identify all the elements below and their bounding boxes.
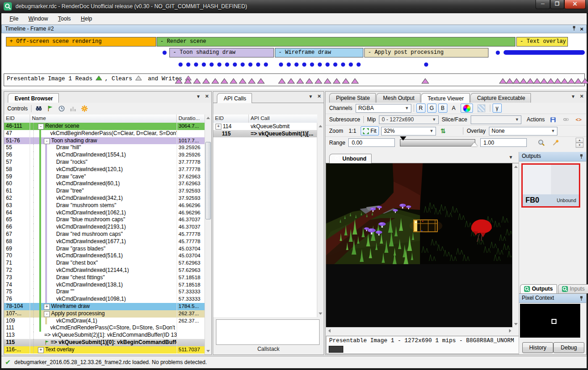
- event-row[interactable]: 78-104+Wireframe draw1784.5...: [4, 303, 205, 310]
- tab-capture-executable[interactable]: Capture Executable: [470, 93, 531, 103]
- pixel-context-preview[interactable]: [520, 304, 580, 338]
- event-row[interactable]: 61Draw "tree"37.92593: [4, 188, 205, 195]
- tab-inputs[interactable]: Inputs: [558, 284, 588, 293]
- tab-unbound-texture[interactable]: Unbound: [329, 154, 372, 163]
- range-min-field[interactable]: 0.00: [348, 138, 395, 147]
- event-row[interactable]: 115=> vkQueueSubmit(1)[0]: vkBeginComman…: [4, 339, 205, 346]
- viewer-vertical-scrollbar[interactable]: [512, 163, 519, 328]
- zoom-1to1-button[interactable]: 1:1: [346, 126, 359, 135]
- zoom-fit-button[interactable]: Fit: [361, 126, 378, 135]
- event-row[interactable]: 47vkCmdBeginRenderPass(C=Clear, D=Clear,…: [4, 130, 205, 137]
- pin-icon[interactable]: [572, 26, 576, 33]
- menu-help[interactable]: Help: [76, 14, 97, 23]
- pin-icon[interactable]: [579, 295, 583, 304]
- overlay-combo[interactable]: None▼: [489, 127, 557, 135]
- gamma-button[interactable]: γ: [493, 104, 502, 113]
- column-eid[interactable]: EID: [4, 115, 30, 123]
- event-row[interactable]: 70vkCmdDrawIndexed(516,1)45.03704: [4, 252, 205, 260]
- expander-icon[interactable]: +: [38, 347, 44, 353]
- event-row[interactable]: 62vkCmdDrawIndexed(342,1)37.92593: [4, 195, 205, 202]
- color-wheel-button[interactable]: [461, 104, 473, 113]
- zoom-combo[interactable]: 32%▼: [381, 127, 436, 135]
- panel-menu-icon[interactable]: ▼: [196, 94, 201, 99]
- history-button[interactable]: History: [522, 342, 553, 353]
- api-call-row[interactable]: 115=> vkQueueSubmit(1)[...: [213, 130, 317, 137]
- link-icon[interactable]: [561, 115, 572, 124]
- column-duration[interactable]: Duratio...: [177, 115, 205, 123]
- timeline-marker-bar[interactable]: - Wireframe draw: [275, 48, 363, 57]
- event-row[interactable]: 71Draw "chest box"57.62963: [4, 260, 205, 267]
- tab-texture-viewer[interactable]: Texture Viewer: [421, 93, 470, 103]
- slice-face-combo[interactable]: ▼: [471, 115, 521, 124]
- event-row[interactable]: 75Draw ""57.33333: [4, 288, 205, 296]
- timeline-marker-bar[interactable]: + Off-screen scene rendering: [6, 37, 156, 47]
- event-row[interactable]: 55Draw "hill"39.25926: [4, 144, 205, 151]
- expander-icon[interactable]: +: [44, 304, 50, 310]
- column-api-call[interactable]: API Call: [249, 115, 317, 123]
- timeline-marker-bar[interactable]: - Text overlay: [516, 37, 568, 47]
- event-row[interactable]: 58vkCmdDrawIndexed(120,1)37.77778: [4, 166, 205, 173]
- api-call-row[interactable]: +114vkQueueSubmit: [213, 123, 317, 130]
- menu-window[interactable]: Window: [24, 14, 52, 23]
- api-calls-scrollbar[interactable]: [317, 123, 324, 317]
- close-icon[interactable]: ×: [205, 94, 209, 99]
- event-row[interactable]: 67Draw "red mushroom caps"45.77778: [4, 231, 205, 238]
- save-icon[interactable]: [548, 115, 558, 124]
- event-row[interactable]: 66vkCmdDrawIndexed(2193,1)46.37037: [4, 224, 205, 231]
- minimize-button[interactable]: ─: [536, 0, 550, 9]
- event-row[interactable]: 113=> vkQueueSubmit(2)[1]: vkEndCommandB…: [4, 332, 205, 339]
- pin-icon[interactable]: [579, 153, 583, 162]
- close-icon[interactable]: ×: [580, 94, 583, 99]
- close-icon[interactable]: ×: [580, 26, 583, 32]
- range-max-field[interactable]: 1.00: [480, 138, 527, 147]
- channel-a-button[interactable]: A: [449, 104, 458, 113]
- texture-display-area[interactable]: [326, 163, 519, 334]
- flip-y-button[interactable]: ⇅: [438, 126, 448, 135]
- alpha-background-button[interactable]: [475, 104, 488, 113]
- tab-event-browser[interactable]: Event Browser: [8, 93, 59, 103]
- tab-pipeline-state[interactable]: Pipeline State: [329, 93, 376, 103]
- zoom-range-icon[interactable]: [536, 138, 547, 147]
- event-row[interactable]: 76vkCmdDrawIndexed(1098,1)57.33333: [4, 296, 205, 303]
- fb0-thumbnail[interactable]: FB0 Unbound: [521, 163, 580, 208]
- event-row[interactable]: 69Draw "grass blades"45.03704: [4, 245, 205, 253]
- event-browser-scrollbar[interactable]: [205, 115, 211, 354]
- event-row[interactable]: 111vkCmdEndRenderPass(C=Store, D=Store, …: [4, 324, 205, 332]
- event-row[interactable]: 56vkCmdDrawIndexed(1554,1)39.25926: [4, 151, 205, 159]
- mip-combo[interactable]: 0 - 1272x690▼: [379, 115, 438, 124]
- event-row[interactable]: 57Draw "rocks"37.77778: [4, 159, 205, 166]
- channels-combo[interactable]: RGBA▼: [356, 104, 411, 113]
- close-button[interactable]: ✕: [564, 0, 586, 9]
- expander-icon[interactable]: +: [215, 124, 221, 130]
- event-row[interactable]: 107-...-Apply post processing262.37...: [4, 310, 205, 318]
- channel-r-button[interactable]: R: [416, 104, 425, 113]
- open-xml-icon[interactable]: <>: [574, 115, 583, 124]
- menu-file[interactable]: File: [5, 14, 23, 23]
- close-icon[interactable]: ×: [317, 94, 321, 99]
- debug-button[interactable]: Debug: [553, 342, 584, 353]
- panel-menu-icon[interactable]: ▼: [571, 94, 576, 99]
- channel-g-button[interactable]: G: [427, 104, 436, 113]
- tab-outputs[interactable]: Outputs: [520, 284, 557, 293]
- texture-image[interactable]: [326, 163, 512, 264]
- range-white-marker[interactable]: [471, 139, 478, 146]
- event-row[interactable]: 60vkCmdDrawIndexed(60,1)37.62963: [4, 180, 205, 188]
- panel-menu-icon[interactable]: ▼: [309, 94, 313, 99]
- timeline-marker-bar[interactable]: - Toon shading draw: [169, 48, 274, 57]
- event-row[interactable]: 46-111-Render scene3064.7...: [4, 123, 205, 130]
- tab-api-calls[interactable]: API Calls: [217, 93, 252, 103]
- time-durations-icon[interactable]: [58, 104, 66, 113]
- event-row[interactable]: 65Draw "blue mushroom caps"46.37037: [4, 216, 205, 224]
- channel-b-button[interactable]: B: [438, 104, 447, 113]
- range-spinner[interactable]: ▴▾: [576, 138, 583, 148]
- event-row[interactable]: 64vkCmdDrawIndexed(1062,1)46.96296: [4, 209, 205, 217]
- expander-icon[interactable]: -: [38, 124, 44, 130]
- event-row[interactable]: 59Draw "cave"37.62963: [4, 173, 205, 181]
- event-row[interactable]: 68vkCmdDrawIndexed(1677,1)45.77778: [4, 238, 205, 245]
- range-slider[interactable]: [400, 139, 475, 146]
- column-eid[interactable]: EID: [213, 115, 249, 123]
- event-row[interactable]: 72vkCmdDrawIndexed(12144,1)57.62963: [4, 267, 205, 274]
- column-name[interactable]: Name: [30, 115, 177, 123]
- tab-mesh-output[interactable]: Mesh Output: [376, 93, 420, 103]
- callstack-list[interactable]: [216, 319, 320, 345]
